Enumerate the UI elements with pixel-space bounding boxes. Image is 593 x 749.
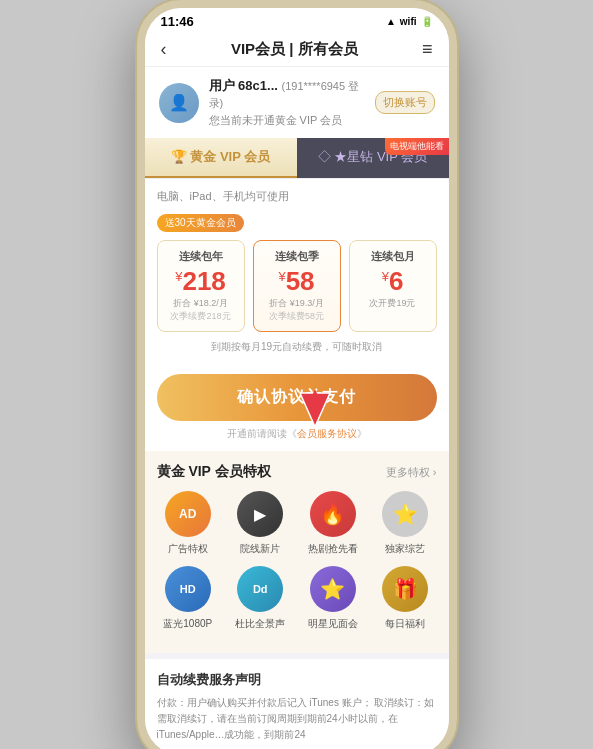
plan-annual-price: ¥218 — [164, 268, 238, 294]
features-header: 黄金 VIP 会员特权 更多特权 › — [157, 463, 437, 481]
star-tab-icon: ◇ — [318, 149, 331, 164]
feature-exclusive: ⭐ 独家综艺 — [374, 491, 437, 556]
newfilm-icon: ▶ — [237, 491, 283, 537]
page-title: VIP会员 | 所有会员 — [231, 40, 358, 59]
feature-hotdrama: 🔥 热剧抢先看 — [302, 491, 365, 556]
user-info: 用户 68c1... (191****6945 登录) 您当前未开通黄金 VIP… — [209, 77, 365, 128]
feature-star-meet: ⭐ 明星见面会 — [302, 566, 365, 631]
tab-gold-vip[interactable]: 🏆 黄金 VIP 会员 — [145, 138, 297, 178]
nav-bar: ‹ VIP会员 | 所有会员 ≡ — [145, 33, 449, 67]
plan-annual-discount: 折合 ¥18.2/月 — [164, 297, 238, 310]
status-time: 11:46 — [161, 14, 194, 29]
exclusive-icon: ⭐ — [382, 491, 428, 537]
plan-seasonal-sub: 次季续费58元 — [260, 310, 334, 323]
plan-annual[interactable]: 连续包年 ¥218 折合 ¥18.2/月 次季续费218元 — [157, 240, 245, 332]
promo-badge: 送30天黄金会员 — [157, 214, 244, 232]
plan-seasonal-discount: 折合 ¥19.3/月 — [260, 297, 334, 310]
notice-text: 付款：用户确认购买并付款后记入 iTunes 账户； 取消续订：如需取消续订，请… — [157, 695, 437, 743]
ad-icon: AD — [165, 491, 211, 537]
plan-monthly-price: ¥6 — [356, 268, 430, 294]
vip-status: 您当前未开通黄金 VIP 会员 — [209, 113, 365, 128]
plan-seasonal-price: ¥58 — [260, 268, 334, 294]
plan-monthly-name: 连续包月 — [356, 249, 430, 264]
gold-tab-icon: 🏆 — [171, 149, 187, 164]
wifi-icon: wifi — [400, 16, 417, 27]
star-meet-icon: ⭐ — [310, 566, 356, 612]
hd-icon: HD — [165, 566, 211, 612]
feature-dolby: Dd 杜比全景声 — [229, 566, 292, 631]
features-grid: AD 广告特权 ▶ 院线新片 🔥 热剧抢先看 ⭐ 独家综艺 HD — [157, 491, 437, 631]
hotdrama-icon: 🔥 — [310, 491, 356, 537]
plan-seasonal-name: 连续包季 — [260, 249, 334, 264]
subscription-section: 电脑、iPad、手机均可使用 送30天黄金会员 连续包年 ¥218 折合 ¥18… — [145, 179, 449, 364]
back-button[interactable]: ‹ — [161, 39, 167, 60]
feature-daily-gift-label: 每日福利 — [385, 617, 425, 631]
signal-icon: ▲ — [386, 16, 396, 27]
feature-ad-label: 广告特权 — [168, 542, 208, 556]
feature-dolby-label: 杜比全景声 — [235, 617, 285, 631]
feature-exclusive-label: 独家综艺 — [385, 542, 425, 556]
feature-hd: HD 蓝光1080P — [157, 566, 220, 631]
cta-note: 开通前请阅读《会员服务协议》 — [157, 427, 437, 441]
plan-monthly-discount: 次开费19元 — [356, 297, 430, 310]
pay-button[interactable]: 确认协议并支付 — [157, 374, 437, 421]
service-agreement-link[interactable]: 会员服务协议 — [297, 428, 357, 439]
user-name: 用户 68c1... (191****6945 登录) — [209, 77, 365, 111]
user-section: 👤 用户 68c1... (191****6945 登录) 您当前未开通黄金 V… — [145, 67, 449, 138]
feature-hotdrama-label: 热剧抢先看 — [308, 542, 358, 556]
status-icons: ▲ wifi 🔋 — [386, 16, 433, 27]
switch-account-button[interactable]: 切换账号 — [375, 91, 435, 114]
plan-annual-sub: 次季续费218元 — [164, 310, 238, 323]
battery-icon: 🔋 — [421, 16, 433, 27]
features-title: 黄金 VIP 会员特权 — [157, 463, 271, 481]
plan-seasonal[interactable]: 连续包季 ¥58 折合 ¥19.3/月 次季续费58元 — [253, 240, 341, 332]
plan-monthly[interactable]: 连续包月 ¥6 次开费19元 — [349, 240, 437, 332]
notice-title: 自动续费服务声明 — [157, 671, 437, 689]
features-more[interactable]: 更多特权 › — [386, 465, 437, 480]
feature-hd-label: 蓝光1080P — [163, 617, 212, 631]
auto-renew-note: 到期按每月19元自动续费，可随时取消 — [157, 340, 437, 354]
feature-daily-gift: 🎁 每日福利 — [374, 566, 437, 631]
menu-button[interactable]: ≡ — [422, 39, 433, 60]
dolby-icon: Dd — [237, 566, 283, 612]
feature-star-meet-label: 明星见面会 — [308, 617, 358, 631]
features-section: 黄金 VIP 会员特权 更多特权 › AD 广告特权 ▶ 院线新片 🔥 热剧抢先… — [145, 451, 449, 653]
avatar: 👤 — [159, 83, 199, 123]
feature-newfilm: ▶ 院线新片 — [229, 491, 292, 556]
plan-annual-name: 连续包年 — [164, 249, 238, 264]
plans-row: 连续包年 ¥218 折合 ¥18.2/月 次季续费218元 连续包季 ¥58 折… — [157, 240, 437, 332]
subscription-hint: 电脑、iPad、手机均可使用 — [157, 189, 437, 204]
status-bar: 11:46 ▲ wifi 🔋 — [145, 8, 449, 33]
vip-tabs: 🏆 黄金 VIP 会员 ◇ ★星钻 VIP 会员 电视端他能看 — [145, 138, 449, 179]
daily-gift-icon: 🎁 — [382, 566, 428, 612]
tv-badge: 电视端他能看 — [385, 138, 449, 155]
notice-section: 自动续费服务声明 付款：用户确认购买并付款后记入 iTunes 账户； 取消续订… — [145, 659, 449, 749]
feature-newfilm-label: 院线新片 — [240, 542, 280, 556]
cta-section: 确认协议并支付 开通前请阅读《会员服务协议》 — [145, 364, 449, 451]
feature-ad: AD 广告特权 — [157, 491, 220, 556]
